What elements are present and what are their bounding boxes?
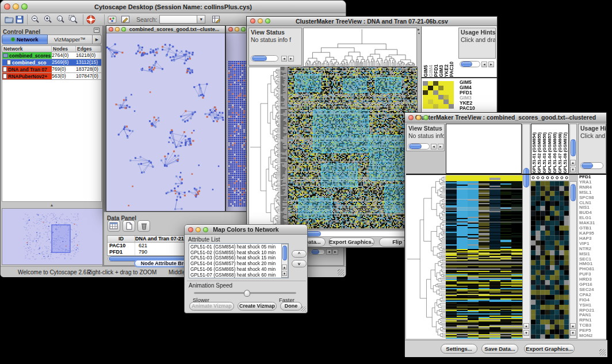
- scroll-down-button[interactable]: ▼: [282, 271, 287, 276]
- network-row[interactable]: RNAPuberNov2+563(0)107847(0): [2, 73, 102, 80]
- tv2-button-export-graphics[interactable]: Export Graphics...: [524, 344, 575, 354]
- panel-splitter[interactable]: ▲: [2, 202, 102, 208]
- done-button[interactable]: Done: [280, 302, 302, 311]
- scroll-left-button[interactable]: ◄: [431, 144, 437, 150]
- tv2-button-save-data[interactable]: Save Data...: [481, 344, 518, 354]
- scroll-right-button[interactable]: ►: [288, 56, 294, 62]
- scroll-left-button[interactable]: ◄: [481, 62, 487, 67]
- tv1-zoom-hscrollbar[interactable]: [460, 61, 480, 67]
- scroll-up-button[interactable]: ▲: [570, 323, 576, 329]
- annotation-icon[interactable]: [120, 14, 131, 25]
- scroll-down-button[interactable]: ▼: [570, 330, 576, 336]
- open-file-icon[interactable]: [4, 14, 14, 25]
- network-name-cell[interactable]: DNA and Tran 07: [2, 66, 52, 72]
- close-button[interactable]: [4, 3, 10, 10]
- close-button[interactable]: [188, 227, 193, 232]
- scroll-down-button[interactable]: ▼: [570, 167, 576, 173]
- minimize-button[interactable]: [115, 27, 120, 32]
- tv1-column-dendrogram[interactable]: [303, 28, 417, 67]
- scroll-up-button[interactable]: ▲: [570, 160, 576, 166]
- scroll-right-button[interactable]: ►: [438, 144, 443, 150]
- network-table-header-cell[interactable]: Network: [2, 46, 52, 52]
- tv2-gene-dendrogram[interactable]: [406, 175, 446, 339]
- dialog-titlebar[interactable]: Map Colors to Network: [185, 225, 307, 235]
- zoom-window-button[interactable]: [21, 3, 28, 10]
- tv2-heatmap-vscrollbar[interactable]: ▲ ▼: [522, 124, 530, 339]
- zoom-window-button[interactable]: [265, 18, 270, 24]
- close-button[interactable]: [250, 18, 255, 24]
- network-row[interactable]: DNA and Tran 07769(0)183728(0): [2, 66, 102, 73]
- float-panel-icon[interactable]: [94, 28, 100, 33]
- attribute-list-vscrollbar[interactable]: ▲ ▼: [281, 244, 288, 278]
- close-button[interactable]: [109, 27, 113, 32]
- scroll-down-button[interactable]: ▼: [523, 330, 529, 336]
- right-table-hscrollbar[interactable]: [310, 249, 325, 255]
- tv2-zoom-vscrollbar[interactable]: ▲ ▼: [569, 181, 577, 339]
- scroll-right-button[interactable]: ►: [332, 249, 338, 255]
- attribute-list-item[interactable]: GPL51-07 (GSM868) heat shock 60 min: [190, 273, 280, 278]
- attribute-table-header-cell[interactable]: ID: [108, 236, 135, 242]
- minimize-button[interactable]: [235, 27, 239, 32]
- treeview1-titlebar[interactable]: ClusterMaker TreeView : DNA and Tran 07-…: [247, 17, 497, 26]
- tv2-button-settings[interactable]: Settings...: [441, 344, 477, 354]
- network-row[interactable]: combined_scores2764(0)16218(0): [2, 52, 102, 59]
- search-dropdown-arrow[interactable]: ▼: [197, 15, 205, 24]
- network-table-header[interactable]: NetworkNodesEdges: [2, 45, 102, 52]
- main-resize-grip[interactable]: [338, 269, 344, 275]
- tab-vizmapper[interactable]: VizMapper™: [48, 35, 93, 44]
- tv2-zoom-heatmap[interactable]: [531, 181, 569, 339]
- zoom-window-button[interactable]: [241, 27, 246, 32]
- network-name-cell[interactable]: RNAPuberNov2+: [2, 73, 52, 79]
- network-name-cell[interactable]: combined_sco: [2, 59, 52, 66]
- network-window-titlebar[interactable]: combined_scores_good.txt--cluste...: [106, 26, 225, 33]
- move-up-button[interactable]: ^: [292, 250, 307, 258]
- help-lifebuoy-icon[interactable]: [86, 14, 96, 25]
- slider-thumb[interactable]: [244, 290, 250, 297]
- save-icon[interactable]: [14, 14, 25, 25]
- tab-network[interactable]: Network: [2, 35, 48, 44]
- network-table-header-cell[interactable]: Nodes: [52, 46, 76, 52]
- scroll-up-button[interactable]: ▲: [523, 323, 529, 329]
- tv2-resize-grip[interactable]: [599, 349, 606, 355]
- vizmapper-icon[interactable]: [107, 14, 117, 25]
- scroll-right-button[interactable]: ►: [488, 62, 494, 67]
- tab-overflow-arrow[interactable]: ▶: [93, 35, 102, 44]
- tv2-column-dendrogram[interactable]: [446, 124, 522, 174]
- minimize-button[interactable]: [13, 3, 19, 10]
- tv1-heatmap[interactable]: [288, 67, 418, 229]
- scroll-left-button[interactable]: ◄: [281, 56, 287, 62]
- treeview2-titlebar[interactable]: ClusterMaker TreeView : combined_scores_…: [405, 113, 606, 122]
- animate-vizmap-button[interactable]: Animate Vizmap: [189, 302, 234, 311]
- scroll-up-button[interactable]: ▲: [282, 265, 287, 270]
- birdseye-view[interactable]: [2, 208, 103, 265]
- tv1-status-hscrollbar[interactable]: [251, 55, 278, 62]
- search-input[interactable]: [159, 15, 197, 24]
- network-row[interactable]: combined_sco2569(6)13112(15): [2, 59, 102, 66]
- network-table-header-cell[interactable]: Edges: [76, 46, 101, 52]
- minimize-button[interactable]: [258, 18, 263, 24]
- network-name-cell[interactable]: combined_scores: [2, 52, 52, 59]
- close-button[interactable]: [228, 27, 233, 32]
- tv1-gene-dendrogram[interactable]: [248, 67, 281, 229]
- network-view-canvas[interactable]: [106, 33, 225, 211]
- tv2-usage-hscrollbar[interactable]: [580, 162, 603, 169]
- main-titlebar[interactable]: Cytoscape Desktop (Session Name: collins…: [1, 1, 346, 13]
- zoom-in-icon[interactable]: [43, 14, 53, 25]
- close-button[interactable]: [408, 115, 414, 120]
- table-mode-icon[interactable]: [108, 220, 120, 232]
- delete-attribute-icon[interactable]: [137, 220, 150, 232]
- animation-speed-slider[interactable]: [194, 292, 296, 294]
- zoom-window-button[interactable]: [203, 227, 208, 232]
- tv2-status-hscrollbar[interactable]: [408, 143, 430, 150]
- tv2-heatmap[interactable]: [446, 175, 522, 339]
- tv1-button-export-graphics[interactable]: Export Graphics...: [328, 237, 374, 247]
- zoom-out-icon[interactable]: [30, 14, 40, 25]
- dialog-resize-grip[interactable]: [301, 306, 306, 312]
- zoom-window-button[interactable]: [423, 115, 429, 120]
- new-attribute-icon[interactable]: [123, 220, 135, 232]
- scroll-left-button[interactable]: ◄: [326, 249, 332, 255]
- zoom-selected-icon[interactable]: [68, 14, 78, 25]
- attribute-browser-icon[interactable]: [211, 14, 221, 25]
- move-down-button[interactable]: v: [292, 260, 307, 267]
- tv1-zoom-heatmap[interactable]: [423, 81, 454, 109]
